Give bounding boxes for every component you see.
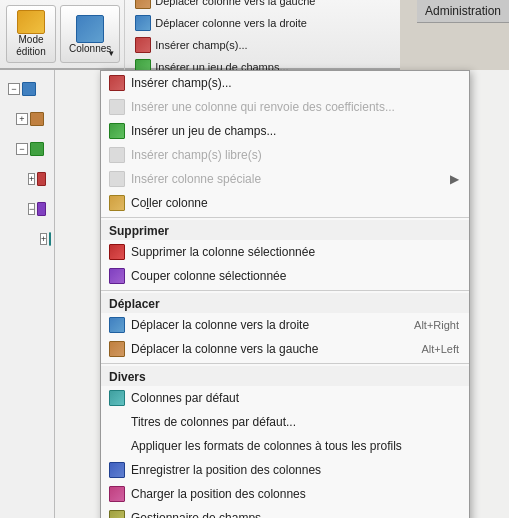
save-position-icon [109,462,125,478]
separator-3 [101,363,469,364]
menu-item-cols-default[interactable]: Colonnes par défaut [101,386,469,410]
menu-item-fields-manager[interactable]: Gestionnaire de champs... [101,506,469,518]
ribbon-quick-actions: Déplacer colonne vers la gauche Déplacer… [124,0,325,77]
tree-folder-icon-2 [30,112,44,126]
menu-item-cols-default-label: Colonnes par défaut [131,391,239,405]
ribbon-move-left-label: Déplacer colonne vers la gauche [155,0,315,7]
menu-item-apply-formats-label: Appliquer les formats de colonnes à tous… [131,439,402,453]
mode-edition-icon [17,10,45,34]
ribbon: Modeédition Colonnes ▼ Déplacer colonne … [0,0,400,70]
menu-item-load-position[interactable]: Charger la position des colonnes [101,482,469,506]
tree-node-1[interactable]: − [4,78,50,100]
expand-icon-4[interactable]: + [28,173,35,185]
move-left-icon [109,341,125,357]
colonnes-button[interactable]: Colonnes ▼ [60,5,120,63]
menu-item-delete-selected[interactable]: Supprimer la colonne sélectionnée [101,240,469,264]
menu-item-paste-col-label: Coller colonne [131,196,208,210]
cut-selected-icon [109,268,125,284]
insert-field-icon [109,75,125,91]
insert-free-icon [109,147,125,163]
cols-default-icon [109,390,125,406]
menu-item-apply-formats[interactable]: Appliquer les formats de colonnes à tous… [101,434,469,458]
ribbon-move-right-item[interactable]: Déplacer colonne vers la droite [131,13,319,33]
menu-item-delete-selected-label: Supprimer la colonne sélectionnée [131,245,315,259]
colonnes-label: Colonnes [69,43,111,54]
menu-item-insert-coeff: Insérer une colonne qui renvoie des coef… [101,95,469,119]
left-tree-panel: − + − + − + [0,70,55,518]
delete-selected-icon [109,244,125,260]
section-header-supprimer: Supprimer [101,220,469,240]
tree-folder-icon-4 [37,172,46,186]
menu-item-insert-set-label: Insérer un jeu de champs... [131,124,276,138]
tree-folder-icon-1 [22,82,36,96]
tree-folder-icon-3 [30,142,44,156]
tree-folder-icon-6 [49,232,51,246]
separator-1 [101,217,469,218]
menu-item-cols-titles-default[interactable]: Titres de colonnes par défaut... [101,410,469,434]
load-position-icon [109,486,125,502]
insert-coeff-icon [109,99,125,115]
ribbon-move-left-item[interactable]: Déplacer colonne vers la gauche [131,0,319,11]
tree-node-5[interactable]: − [4,198,50,220]
mode-edition-button[interactable]: Modeédition [6,5,56,63]
expand-icon-1[interactable]: − [8,83,20,95]
main-area: Insérer champ(s)... Insérer une colonne … [55,70,509,518]
tree-folder-icon-5 [37,202,46,216]
menu-item-insert-free: Insérer champ(s) libre(s) [101,143,469,167]
move-right-icon [109,317,125,333]
move-left-shortcut: Alt+Left [421,343,459,355]
submenu-arrow-icon: ▶ [450,172,459,186]
menu-item-cut-selected[interactable]: Couper colonne sélectionnée [101,264,469,288]
menu-item-load-position-label: Charger la position des colonnes [131,487,306,501]
ribbon-insert-field-icon [135,37,151,53]
insert-set-icon [109,123,125,139]
administration-label: Administration [425,4,501,18]
menu-item-insert-field[interactable]: Insérer champ(s)... [101,71,469,95]
expand-icon-2[interactable]: + [16,113,28,125]
administration-tab[interactable]: Administration [417,0,509,23]
ribbon-move-right-label: Déplacer colonne vers la droite [155,17,307,29]
ribbon-move-right-icon [135,15,151,31]
ribbon-move-left-icon [135,0,151,9]
menu-item-move-left[interactable]: Déplacer la colonne vers la gauche Alt+L… [101,337,469,361]
menu-item-fields-manager-label: Gestionnaire de champs... [131,511,271,518]
menu-item-move-right-label: Déplacer la colonne vers la droite [131,318,309,332]
menu-item-move-left-label: Déplacer la colonne vers la gauche [131,342,318,356]
separator-2 [101,290,469,291]
tree-node-6[interactable]: + [4,228,50,250]
menu-item-save-position-label: Enregistrer la position des colonnes [131,463,321,477]
fields-manager-icon [109,510,125,518]
tree-node-3[interactable]: − [4,138,50,160]
dropdown-arrow-icon: ▼ [107,49,115,58]
menu-item-insert-coeff-label: Insérer une colonne qui renvoie des coef… [131,100,395,114]
menu-item-insert-special: Insérer colonne spéciale ▶ [101,167,469,191]
menu-item-save-position[interactable]: Enregistrer la position des colonnes [101,458,469,482]
ribbon-insert-field-label: Insérer champ(s)... [155,39,247,51]
expand-icon-6[interactable]: + [40,233,47,245]
ribbon-insert-field-item[interactable]: Insérer champ(s)... [131,35,319,55]
section-header-divers: Divers [101,366,469,386]
tree-node-2[interactable]: + [4,108,50,130]
menu-item-cols-titles-default-label: Titres de colonnes par défaut... [131,415,296,429]
insert-special-icon [109,171,125,187]
mode-edition-label: Modeédition [16,34,45,58]
colonnes-icon [76,15,104,43]
menu-item-insert-special-label: Insérer colonne spéciale [131,172,261,186]
menu-item-cut-selected-label: Couper colonne sélectionnée [131,269,286,283]
section-header-deplacer: Déplacer [101,293,469,313]
expand-icon-5[interactable]: − [28,203,35,215]
menu-item-paste-col[interactable]: Coller colonne [101,191,469,215]
move-right-shortcut: Alt+Right [414,319,459,331]
menu-item-insert-set[interactable]: Insérer un jeu de champs... [101,119,469,143]
expand-icon-3[interactable]: − [16,143,28,155]
menu-item-insert-field-label: Insérer champ(s)... [131,76,232,90]
menu-item-move-right[interactable]: Déplacer la colonne vers la droite Alt+R… [101,313,469,337]
tree-node-4[interactable]: + [4,168,50,190]
menu-item-insert-free-label: Insérer champ(s) libre(s) [131,148,262,162]
paste-col-icon [109,195,125,211]
colonnes-dropdown-menu: Insérer champ(s)... Insérer une colonne … [100,70,470,518]
